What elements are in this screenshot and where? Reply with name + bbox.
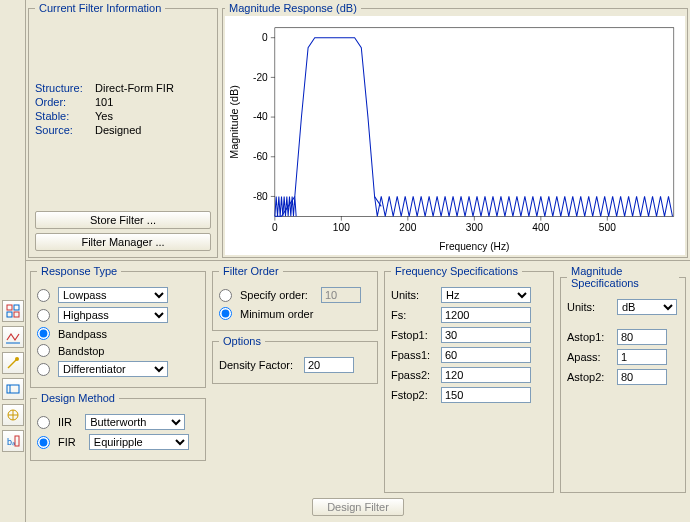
svg-text:-40: -40 [253,111,268,122]
fstop2-label: Fstop2: [391,389,436,401]
svg-text:Magnitude (dB): Magnitude (dB) [229,85,240,159]
svg-text:0: 0 [262,32,268,43]
svg-point-6 [15,357,19,361]
astop1-input[interactable] [617,329,667,345]
stable-label: Stable: [35,110,95,122]
highpass-radio[interactable] [37,309,50,322]
options-panel: Options Density Factor: [212,335,378,384]
specify-order-input [321,287,361,303]
fpass1-input[interactable] [441,347,531,363]
order-value: 101 [95,96,113,108]
astop2-label: Astop2: [567,371,612,383]
chart-legend: Magnitude Response (dB) [225,2,361,14]
tool-icon-1[interactable] [2,300,24,322]
fpass1-label: Fpass1: [391,349,436,361]
fir-label: FIR [58,436,76,448]
iir-radio[interactable] [37,416,50,429]
fpass2-label: Fpass2: [391,369,436,381]
bandstop-label: Bandstop [58,345,104,357]
svg-text:300: 300 [466,222,483,233]
magnitude-response-panel: Magnitude Response (dB) 0-20-40-60-80010… [222,2,688,258]
tool-icon-5[interactable] [2,404,24,426]
bandpass-radio[interactable] [37,327,50,340]
lowpass-select[interactable]: Lowpass [58,287,168,303]
side-toolbar: bₐ [0,0,26,522]
differentiator-radio[interactable] [37,363,50,376]
minimum-order-radio[interactable] [219,307,232,320]
design-filter-button[interactable]: Design Filter [312,498,404,516]
svg-rect-14 [275,28,674,217]
design-method-legend: Design Method [37,392,119,404]
response-type-panel: Response Type Lowpass Highpass Bandpass … [30,265,206,388]
apass-label: Apass: [567,351,612,363]
svg-text:-60: -60 [253,151,268,162]
fpass2-input[interactable] [441,367,531,383]
bandpass-label: Bandpass [58,328,107,340]
chart-plot: 0-20-40-60-800100200300400500Frequency (… [225,16,685,255]
structure-label: Structure: [35,82,95,94]
highpass-select[interactable]: Highpass [58,307,168,323]
svg-text:100: 100 [333,222,350,233]
tool-icon-4[interactable] [2,378,24,400]
filter-info-legend: Current Filter Information [35,2,165,14]
svg-text:400: 400 [532,222,549,233]
stable-value: Yes [95,110,113,122]
density-factor-label: Density Factor: [219,359,299,371]
fs-label: Fs: [391,309,436,321]
fs-input[interactable] [441,307,531,323]
order-label: Order: [35,96,95,108]
specify-order-radio[interactable] [219,289,232,302]
filter-order-panel: Filter Order Specify order: Minimum orde… [212,265,378,331]
svg-rect-3 [14,312,19,317]
svg-text:Frequency (Hz): Frequency (Hz) [439,240,509,251]
iir-select[interactable]: Butterworth [85,414,185,430]
svg-text:200: 200 [399,222,416,233]
freq-units-select[interactable]: Hz [441,287,531,303]
store-filter-button[interactable]: Store Filter ... [35,211,211,229]
mag-units-label: Units: [567,301,612,313]
lowpass-radio[interactable] [37,289,50,302]
astop1-label: Astop1: [567,331,612,343]
response-type-legend: Response Type [37,265,121,277]
svg-text:0: 0 [272,222,278,233]
fir-radio[interactable] [37,436,50,449]
svg-rect-0 [7,305,12,310]
freq-units-label: Units: [391,289,436,301]
svg-text:500: 500 [599,222,616,233]
iir-label: IIR [58,416,72,428]
svg-rect-2 [7,312,12,317]
fstop1-input[interactable] [441,327,531,343]
filter-manager-button[interactable]: Filter Manager ... [35,233,211,251]
design-method-panel: Design Method IIR Butterworth FIR Equiri… [30,392,206,461]
fstop2-input[interactable] [441,387,531,403]
filter-info-panel: Current Filter Information Structure:Dir… [28,2,218,258]
mag-spec-legend: Magnitude Specifications [567,265,679,289]
differentiator-select[interactable]: Differentiator [58,361,168,377]
structure-value: Direct-Form FIR [95,82,174,94]
svg-text:-20: -20 [253,71,268,82]
specify-order-label: Specify order: [240,289,308,301]
bandstop-radio[interactable] [37,344,50,357]
minimum-order-label: Minimum order [240,308,313,320]
apass-input[interactable] [617,349,667,365]
source-value: Designed [95,124,141,136]
mag-units-select[interactable]: dB [617,299,677,315]
astop2-input[interactable] [617,369,667,385]
tool-icon-3[interactable] [2,352,24,374]
source-label: Source: [35,124,95,136]
density-factor-input[interactable] [304,357,354,373]
frequency-spec-panel: Frequency Specifications Units:Hz Fs: Fs… [384,265,554,493]
freq-spec-legend: Frequency Specifications [391,265,522,277]
fstop1-label: Fstop1: [391,329,436,341]
svg-rect-7 [7,385,19,393]
magnitude-spec-panel: Magnitude Specifications Units:dB Astop1… [560,265,686,493]
tool-icon-2[interactable] [2,326,24,348]
svg-rect-1 [14,305,19,310]
svg-text:-80: -80 [253,190,268,201]
options-legend: Options [219,335,265,347]
filter-order-legend: Filter Order [219,265,283,277]
tool-icon-6[interactable]: bₐ [2,430,24,452]
fir-select[interactable]: Equiripple [89,434,189,450]
